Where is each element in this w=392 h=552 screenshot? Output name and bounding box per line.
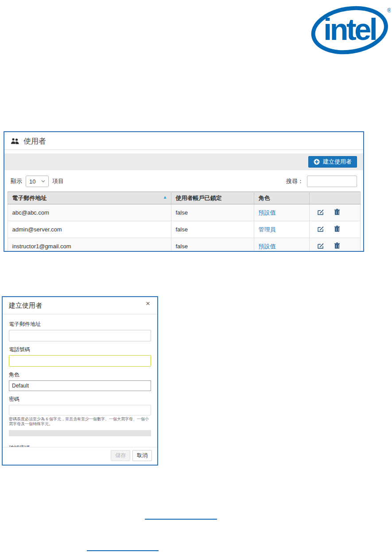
create-user-modal: 建立使用者 × 電子郵件地址 電話號碼 角色 Default 密碼 密碼長度必須	[2, 296, 158, 466]
cell-email: admin@server.com	[8, 221, 171, 238]
intel-logo-graphic: intel ®	[311, 4, 391, 57]
plus-circle-icon	[314, 159, 320, 165]
delete-user-button[interactable]	[334, 243, 340, 249]
column-header-actions	[309, 192, 360, 204]
trash-icon	[334, 243, 340, 249]
cell-actions	[309, 204, 360, 221]
column-header-role-label: 角色	[259, 195, 270, 201]
edit-user-button[interactable]	[318, 226, 324, 232]
modal-header: 建立使用者 ×	[3, 297, 157, 314]
users-table-header-row: 電子郵件地址 ▲ 使用者帳戶已鎖定 角色	[8, 192, 360, 204]
search-control: 搜尋：	[286, 176, 357, 187]
hyperlink-underline-1[interactable]	[145, 519, 217, 520]
modal-title: 建立使用者	[9, 301, 42, 309]
registered-mark: ®	[387, 7, 391, 14]
edit-icon	[318, 226, 324, 232]
document-page: intel ® 使用者 建立使用者	[0, 0, 392, 552]
delete-user-button[interactable]	[334, 209, 340, 215]
delete-user-button[interactable]	[334, 226, 340, 232]
show-label: 顯示	[11, 177, 22, 185]
cell-role: 預設值	[254, 204, 309, 221]
close-icon[interactable]: ×	[143, 299, 153, 308]
users-table: 電子郵件地址 ▲ 使用者帳戶已鎖定 角色 abc@abc.com	[8, 192, 361, 252]
role-select-value: Default	[12, 383, 29, 389]
users-panel-header: 使用者	[4, 132, 363, 149]
cell-locked: false	[171, 204, 254, 221]
trash-icon	[334, 209, 340, 215]
table-row: abc@abc.com false 預設值	[8, 204, 360, 221]
chevron-down-icon	[41, 180, 45, 183]
intel-logo: intel ®	[311, 4, 391, 57]
role-select[interactable]: Default	[9, 380, 151, 391]
table-controls: 顯示 10 項目 搜尋：	[4, 170, 363, 190]
column-header-locked-label: 使用者帳戶已鎖定	[176, 195, 222, 201]
modal-body: 電子郵件地址 電話號碼 角色 Default 密碼 密碼長度必須至少為 6 個字…	[3, 314, 157, 464]
users-icon	[11, 138, 19, 145]
password-field-group: 密碼 密碼長度必須至少為 6 個字元，並且含有至少一個數字、一個大寫字母、一個小…	[9, 395, 151, 427]
cell-role: 管理員	[254, 221, 309, 238]
page-size-select[interactable]: 10	[26, 176, 49, 187]
cell-locked: false	[171, 221, 254, 238]
edit-icon	[318, 243, 324, 249]
role-link[interactable]: 預設值	[259, 243, 276, 250]
entries-label: 項目	[52, 177, 64, 185]
table-row: instructor1@gmail.com false 預設值	[8, 238, 360, 252]
page-size-control: 顯示 10 項目	[11, 176, 64, 187]
users-panel: 使用者 建立使用者 顯示 10	[4, 131, 364, 252]
search-input[interactable]	[307, 176, 357, 187]
cell-actions	[309, 238, 360, 252]
sort-asc-icon: ▲	[163, 195, 167, 200]
role-field-group: 角色 Default	[9, 371, 151, 391]
edit-user-button[interactable]	[318, 243, 324, 249]
password-field-label: 密碼	[9, 395, 151, 403]
users-toolbar: 建立使用者	[4, 153, 363, 170]
column-header-locked[interactable]: 使用者帳戶已鎖定	[171, 192, 254, 204]
role-link[interactable]: 預設值	[259, 209, 276, 216]
column-header-email-label: 電子郵件地址	[12, 195, 47, 201]
password-hint: 密碼長度必須至少為 6 個字元，並且含有至少一個數字、一個大寫字母、一個小寫字母…	[9, 417, 151, 427]
password-strength-bar	[9, 430, 151, 436]
email-field[interactable]	[9, 330, 151, 341]
cell-actions	[309, 221, 360, 238]
trash-icon	[334, 226, 340, 232]
modal-footer: 儲存 取消	[3, 447, 157, 465]
cell-email: instructor1@gmail.com	[8, 238, 171, 252]
edit-user-button[interactable]	[318, 209, 324, 215]
email-field-group: 電子郵件地址	[9, 321, 151, 341]
column-header-email[interactable]: 電子郵件地址 ▲	[8, 192, 171, 204]
create-user-button[interactable]: 建立使用者	[308, 156, 357, 168]
cell-locked: false	[171, 238, 254, 252]
table-row: admin@server.com false 管理員	[8, 221, 360, 238]
role-link[interactable]: 管理員	[259, 226, 276, 233]
password-field[interactable]	[9, 405, 151, 415]
phone-field[interactable]	[9, 355, 151, 367]
phone-field-label: 電話號碼	[9, 346, 151, 353]
page-size-value: 10	[29, 178, 35, 185]
save-button[interactable]: 儲存	[111, 450, 130, 461]
edit-icon	[318, 209, 324, 215]
cell-role: 預設值	[254, 238, 309, 252]
hyperlink-underline-2[interactable]	[87, 550, 159, 551]
header-divider	[4, 149, 363, 150]
users-panel-title: 使用者	[23, 136, 46, 146]
intel-wordmark: intel	[323, 12, 376, 46]
email-field-label: 電子郵件地址	[9, 321, 151, 328]
role-field-label: 角色	[9, 371, 151, 379]
search-label: 搜尋：	[286, 177, 303, 185]
cell-email: abc@abc.com	[8, 204, 171, 221]
phone-field-group: 電話號碼	[9, 346, 151, 367]
column-header-role[interactable]: 角色	[254, 192, 309, 204]
create-user-button-label: 建立使用者	[323, 158, 352, 166]
cancel-button[interactable]: 取消	[132, 450, 152, 461]
